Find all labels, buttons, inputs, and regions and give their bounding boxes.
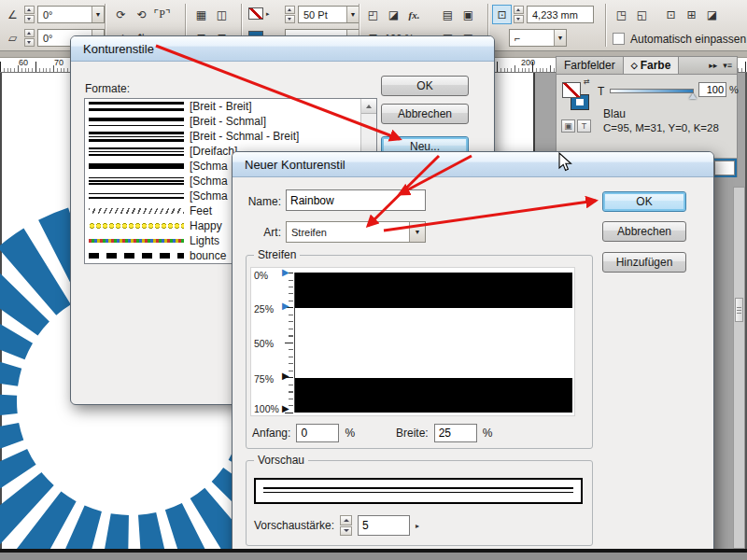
preview-weight-arrow-icon[interactable]: ▸: [416, 522, 419, 530]
tint-label: T: [598, 85, 604, 98]
text-wrap-bounding-icon[interactable]: ▣: [459, 6, 477, 23]
swap-fill-stroke-icon[interactable]: ⇄: [584, 77, 590, 86]
autofit-label: Automatisch einpassen: [630, 33, 746, 46]
tint-slider-thumb[interactable]: [689, 93, 697, 99]
stroke-style-label: Lights: [190, 234, 219, 247]
stripe-handle-100[interactable]: ▶: [282, 404, 289, 413]
stroke-weight-stepper[interactable]: [285, 6, 295, 23]
preview-weight-label: Vorschaustärke:: [254, 519, 334, 532]
text-wrap-none-icon[interactable]: ▤: [439, 6, 457, 23]
scrollbar-thumb[interactable]: [735, 298, 743, 322]
list-item[interactable]: [Breit - Schmal]: [85, 114, 376, 129]
new-style-dialog-titlebar[interactable]: Neuer Konturenstil: [233, 152, 713, 177]
vertical-scrollbar[interactable]: [733, 187, 745, 549]
preview-weight-input[interactable]: [358, 515, 410, 536]
rotate-cw-icon[interactable]: ⟳: [112, 6, 130, 23]
center-content-icon[interactable]: ◪: [703, 6, 721, 23]
new-stroke-style-dialog: Neuer Konturenstil Name: Art: Streifen▼ …: [232, 151, 714, 560]
stroke-style-preview: [89, 239, 184, 243]
list-item[interactable]: [Breit - Schmal - Breit]: [85, 129, 376, 144]
scale-label: 75%: [254, 373, 282, 385]
stroke-style-label: [Breit - Schmal]: [190, 115, 266, 128]
ok-button[interactable]: OK: [602, 191, 686, 212]
scale-label: 0%: [254, 270, 282, 281]
chevron-down-icon[interactable]: ▼: [346, 7, 359, 22]
fill-frame-proportional-icon[interactable]: ⊞: [683, 6, 700, 23]
stroke-weight-select[interactable]: 50 Pt▼: [298, 6, 359, 23]
start-unit: %: [345, 427, 355, 440]
rotation-angle-select[interactable]: 0°▼: [37, 6, 105, 23]
stroke-proxy-swatch[interactable]: [562, 82, 581, 98]
list-item[interactable]: [Breit - Breit]: [85, 99, 376, 114]
paragraph-icon[interactable]: ⌜P⌝: [153, 6, 171, 23]
dialog-title: Neuer Konturenstil: [245, 158, 345, 172]
stripe-handle-25[interactable]: ▶: [282, 301, 289, 311]
cancel-button[interactable]: Abbrechen: [381, 104, 469, 124]
window-bottom-strip: [0, 553, 747, 560]
stripe-band[interactable]: [295, 378, 572, 413]
fx-icon[interactable]: fx.: [405, 6, 423, 23]
scale-major-ticks: [285, 273, 293, 413]
swatch-cmyk-values: C=95, M=31, Y=0, K=28: [603, 122, 719, 133]
tint-percent-label: %: [729, 84, 739, 95]
scroll-up-icon[interactable]: [361, 99, 376, 114]
chevron-down-icon[interactable]: ▼: [92, 7, 104, 22]
corner-radius-stepper[interactable]: [514, 6, 524, 23]
preview-group-legend: Vorschau: [254, 454, 308, 467]
width-input[interactable]: [434, 424, 477, 442]
scale-label: 100%: [254, 403, 282, 414]
chevron-down-icon[interactable]: ▼: [554, 30, 566, 46]
corner-radius-input[interactable]: 4,233 mm: [527, 6, 594, 23]
stroke-style-label: [Breit - Breit]: [190, 100, 252, 113]
stroke-preview-box: [254, 478, 583, 504]
tint-value-input[interactable]: [698, 82, 726, 97]
fit-proportional-icon[interactable]: ⊡: [662, 6, 680, 23]
stroke-style-preview: [89, 163, 184, 169]
ok-button[interactable]: OK: [381, 76, 469, 96]
preview-weight-stepper[interactable]: [340, 515, 352, 536]
panel-expand-icon: ◇: [631, 61, 638, 70]
tint-slider[interactable]: [610, 89, 694, 93]
stripe-handle-0[interactable]: ▶: [282, 268, 289, 277]
add-button[interactable]: Hinzufügen: [602, 252, 686, 273]
preview-group: Vorschau Vorschaustärke: ▸: [246, 460, 593, 546]
chevron-down-icon[interactable]: ▼: [409, 222, 425, 242]
ruler-label: 60: [19, 58, 28, 67]
formatting-container-icon[interactable]: ▣: [561, 119, 575, 133]
tab-farbe[interactable]: ◇Farbe: [623, 57, 680, 74]
stroke-color-swatch[interactable]: [248, 7, 263, 20]
stroke-style-preview: [89, 193, 184, 199]
formatting-text-icon[interactable]: T: [577, 119, 591, 133]
start-input[interactable]: [296, 424, 339, 442]
panel-menu-icon[interactable]: ▾≡: [723, 61, 732, 70]
story-flow-icon[interactable]: ▦: [192, 6, 210, 23]
stroke-style-label: Feet: [190, 204, 212, 217]
name-input[interactable]: [286, 189, 426, 211]
stripe-canvas[interactable]: [294, 273, 572, 413]
cancel-button[interactable]: Abbrechen: [602, 221, 686, 242]
type-select[interactable]: Streifen▼: [286, 221, 426, 243]
start-label: Anfang:: [252, 427, 290, 440]
autofit-checkbox[interactable]: [613, 33, 625, 45]
stripe-band[interactable]: [295, 273, 572, 308]
fit-frame-icon[interactable]: ◱: [633, 6, 651, 23]
stroke-styles-dialog-titlebar[interactable]: Konturenstile: [71, 36, 494, 62]
corner-options-icon[interactable]: ◰: [364, 6, 382, 23]
shear-angle-icon: ▱: [4, 29, 21, 47]
panel-collapse-icon[interactable]: ▸▸: [709, 61, 717, 70]
story-flow-reverse-icon[interactable]: ◫: [213, 6, 231, 23]
white-chip[interactable]: [714, 161, 735, 175]
shear-angle-stepper[interactable]: [24, 29, 35, 47]
stroke-style-preview: [89, 177, 184, 185]
dialog-title: Konturenstile: [83, 42, 154, 56]
fit-content-icon[interactable]: ◳: [613, 6, 630, 23]
rotation-angle-stepper[interactable]: [24, 6, 35, 23]
tab-farbfelder[interactable]: Farbfelder: [557, 57, 623, 74]
corner-shape-select[interactable]: ⌐▼: [509, 29, 567, 47]
rotate-ccw-icon[interactable]: ⟲: [133, 6, 150, 23]
stripe-handle-75[interactable]: ▶: [282, 371, 289, 381]
effects-icon[interactable]: ◪: [385, 6, 402, 23]
stroke-swatch-arrow-icon[interactable]: ▸: [266, 10, 270, 18]
corner-radius-icon[interactable]: ⊡: [493, 6, 511, 23]
stripe-group: Streifen 0% 25% 50% 75% 100% ▶ ▶ ▶ ▶ Anf…: [246, 255, 593, 449]
